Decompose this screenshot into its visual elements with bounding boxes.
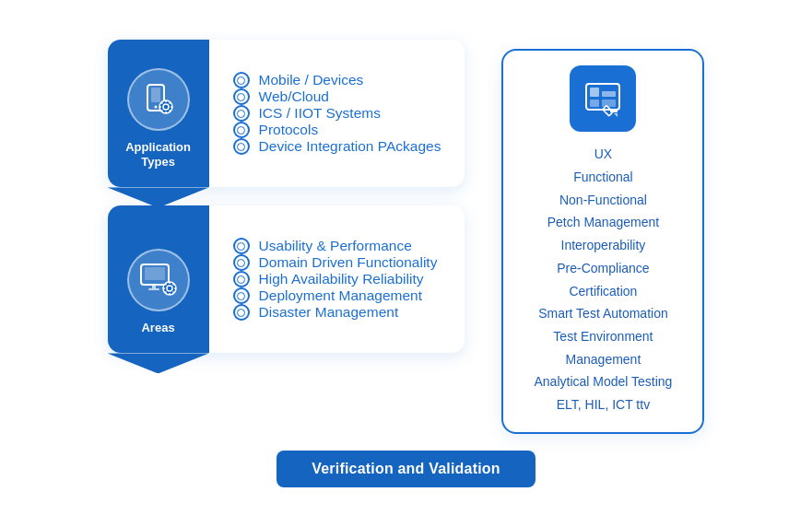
- application-types-content: Mobile / Devices Web/Cloud ICS / IIOT Sy…: [209, 40, 465, 187]
- svg-line-12: [161, 110, 162, 111]
- bullet-icon: [233, 138, 250, 155]
- right-panel-item: Test Environment: [553, 327, 653, 347]
- svg-line-10: [169, 110, 170, 111]
- application-type-item: Mobile / Devices: [233, 72, 441, 88]
- application-types-card: ApplicationTypes Mobile / Devices Web/Cl…: [108, 40, 465, 187]
- right-panel-item: Certification: [569, 282, 637, 302]
- right-panel-item: Management: [566, 350, 641, 370]
- right-panel-item: Pre-Compliance: [557, 259, 649, 279]
- svg-rect-31: [602, 100, 616, 107]
- area-item: Disaster Management: [233, 304, 441, 321]
- areas-icon-circle: [127, 249, 190, 311]
- item-label: Protocols: [259, 122, 319, 138]
- right-panel-item: ELT, HIL, ICT ttv: [557, 395, 650, 416]
- svg-rect-15: [152, 285, 156, 288]
- item-label: Usability & Performance: [259, 238, 412, 254]
- svg-rect-14: [145, 267, 165, 280]
- svg-rect-1: [151, 88, 160, 102]
- area-item: Usability & Performance: [233, 238, 441, 254]
- item-label: Domain Driven Functionality: [259, 254, 438, 271]
- application-type-item: ICS / IIOT Systems: [233, 105, 441, 122]
- right-panel-icon: [570, 65, 636, 132]
- areas-card: Areas Usability & Performance Domain Dri…: [108, 205, 465, 353]
- item-label: High Availability Reliability: [259, 271, 424, 287]
- right-panel-item: Non-Functional: [559, 191, 647, 211]
- bullet-icon: [233, 287, 250, 304]
- svg-rect-33: [603, 106, 613, 116]
- application-types-bookmark: ApplicationTypes: [108, 40, 209, 187]
- svg-line-23: [165, 285, 166, 286]
- svg-line-9: [161, 102, 162, 103]
- verification-button[interactable]: Verification and Validation: [277, 451, 535, 487]
- right-panel-item: Functional: [573, 168, 633, 188]
- svg-line-11: [169, 102, 170, 103]
- bullet-icon: [233, 254, 250, 271]
- bullet-icon: [233, 88, 250, 105]
- item-label: Deployment Management: [259, 287, 423, 304]
- area-item: High Availability Reliability: [233, 271, 441, 287]
- bullet-icon: [233, 238, 250, 254]
- dashboard-icon: [583, 78, 623, 119]
- right-panel-item: UX: [594, 145, 612, 165]
- svg-line-24: [172, 292, 173, 293]
- bullet-icon: [233, 72, 250, 88]
- bullet-icon: [233, 304, 250, 321]
- svg-point-2: [154, 105, 157, 108]
- right-panel-item: Smart Test Automation: [538, 304, 668, 324]
- bullet-icon: [233, 105, 250, 122]
- areas-label: Areas: [135, 321, 180, 336]
- application-type-item: Protocols: [233, 122, 441, 138]
- application-types-icon-circle: [127, 68, 190, 131]
- bullet-icon: [233, 122, 250, 138]
- bullet-icon: [233, 271, 250, 287]
- phone-gear-icon: [140, 81, 177, 118]
- item-label: ICS / IIOT Systems: [259, 105, 381, 122]
- top-row: ApplicationTypes Mobile / Devices Web/Cl…: [108, 40, 705, 433]
- item-label: Mobile / Devices: [259, 72, 364, 88]
- areas-content: Usability & Performance Domain Driven Fu…: [209, 205, 465, 353]
- svg-rect-16: [148, 288, 159, 290]
- area-item: Domain Driven Functionality: [233, 254, 441, 271]
- right-panel-items: UXFunctionalNon-FunctionalPetch Manageme…: [516, 145, 689, 415]
- svg-line-26: [165, 292, 166, 293]
- application-type-item: Web/Cloud: [233, 88, 441, 105]
- page-layout: ApplicationTypes Mobile / Devices Web/Cl…: [108, 40, 705, 486]
- areas-bookmark: Areas: [108, 205, 209, 353]
- svg-marker-34: [614, 113, 618, 117]
- application-type-item: Device Integration PAckages: [233, 138, 441, 155]
- item-label: Device Integration PAckages: [259, 138, 441, 155]
- left-column: ApplicationTypes Mobile / Devices Web/Cl…: [108, 40, 465, 353]
- bottom-button-row: Verification and Validation: [108, 451, 705, 487]
- svg-line-25: [172, 285, 173, 286]
- item-label: Disaster Management: [259, 304, 399, 321]
- svg-rect-29: [590, 100, 599, 107]
- item-label: Web/Cloud: [259, 88, 329, 105]
- svg-rect-28: [590, 88, 599, 97]
- right-panel: UXFunctionalNon-FunctionalPetch Manageme…: [501, 49, 704, 433]
- right-panel-item: Interoperability: [561, 236, 646, 256]
- right-panel-item: Analytical Model Testing: [534, 372, 672, 392]
- right-panel-item: Petch Management: [547, 213, 659, 233]
- svg-rect-30: [602, 91, 616, 97]
- monitor-gear-icon: [139, 263, 178, 298]
- application-types-label: ApplicationTypes: [120, 140, 196, 171]
- area-item: Deployment Management: [233, 287, 441, 304]
